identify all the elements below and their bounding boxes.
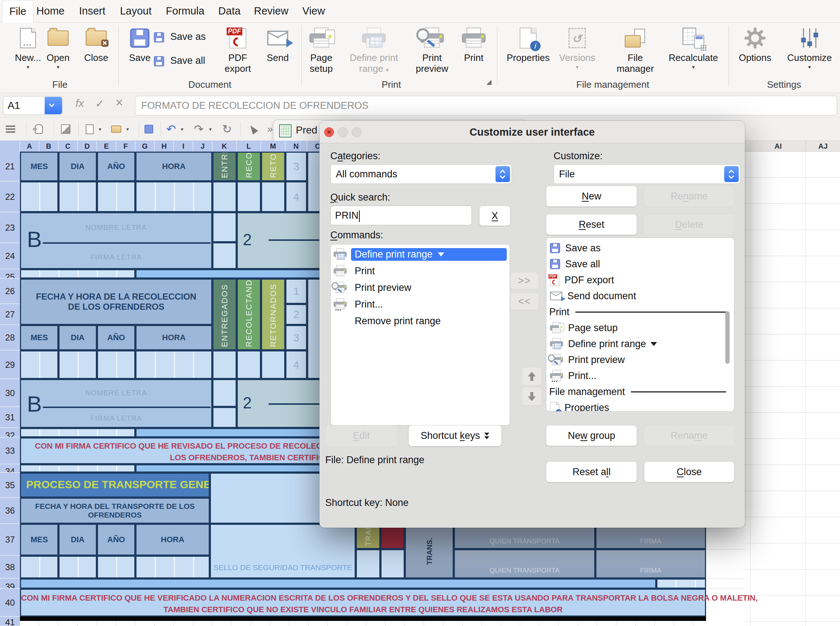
row-header-39[interactable]: 39	[0, 579, 20, 588]
more-tools-icon[interactable]: »	[267, 121, 273, 138]
formula-input[interactable]: FORMATO DE RECOLECCION DE OFRENDEROS	[135, 96, 837, 115]
accept-icon[interactable]: ✓	[95, 97, 104, 110]
tab-insert[interactable]: Insert	[71, 0, 113, 22]
target-item-print-preview[interactable]: Print preview	[546, 352, 734, 368]
move-up-button[interactable]	[522, 367, 542, 385]
row-header-34[interactable]: 34	[0, 464, 20, 473]
command-item-print-preview[interactable]: Print preview	[331, 279, 510, 296]
column-header-n[interactable]: N	[285, 141, 307, 152]
target-item-pdf-export[interactable]: PDFPDF export	[546, 272, 734, 288]
column-header-i[interactable]: I	[174, 141, 193, 152]
cell-mes-header-3[interactable]: MES	[20, 524, 58, 556]
cell-k31[interactable]	[212, 407, 237, 428]
cell-hora-input-1[interactable]	[135, 182, 212, 212]
define-print-range-button[interactable]: Define print range ▾	[345, 25, 402, 75]
row-header-23[interactable]: 23	[0, 212, 20, 243]
command-item-print-dialog[interactable]: Print...	[331, 296, 510, 313]
cell-m22[interactable]	[261, 182, 285, 212]
row-header-38[interactable]: 38	[0, 556, 20, 579]
tab-layout[interactable]: Layout	[113, 0, 158, 22]
new-menu-button[interactable]: New	[546, 186, 637, 207]
cell-hora-input-3[interactable]	[135, 556, 210, 579]
cell-ano-header-2[interactable]: AÑO	[97, 325, 135, 351]
column-header-c[interactable]: C	[58, 141, 78, 152]
cell-ano-input-1[interactable]	[97, 182, 135, 212]
cell-dia-header-2[interactable]: DIA	[58, 325, 97, 351]
cell-dia-header-3[interactable]: DIA	[58, 524, 97, 556]
cell-hora-input-2[interactable]	[135, 351, 212, 379]
cell-retornados-clip[interactable]: RETORNADOS	[261, 152, 285, 182]
reset-all-button[interactable]: Reset all	[546, 461, 637, 482]
print-preview-button[interactable]: Print preview	[410, 25, 454, 74]
cell-fecha-transporte[interactable]: FECHA Y HORA DEL TRANSPORTE DE LOS OFREN…	[20, 498, 210, 524]
row-header-41[interactable]: 41	[0, 617, 20, 626]
minimize-window-button[interactable]	[338, 127, 348, 137]
row-header-24[interactable]: 24	[0, 243, 20, 269]
zoom-window-button[interactable]	[352, 127, 361, 137]
cell-entregados[interactable]: ENTREGADOS	[212, 279, 237, 351]
cell-dia-input-3[interactable]	[58, 556, 97, 579]
group-expand-icon[interactable]	[487, 80, 491, 85]
cell-reference-box[interactable]: A1	[3, 96, 63, 115]
cell-below-yellow[interactable]	[356, 549, 380, 579]
command-item-print[interactable]: Print	[331, 263, 510, 279]
target-item-save-as[interactable]: Save as	[546, 240, 734, 256]
column-header-m[interactable]: M	[261, 141, 285, 152]
cell-ano-input-3[interactable]	[97, 556, 135, 579]
new-group-button[interactable]: New group	[546, 425, 637, 446]
undo-icon[interactable]: ↶	[166, 121, 176, 138]
cell-b-section-2[interactable]: B NOMBRE LETRA FIRMA LETRA	[20, 379, 212, 428]
open-folder-icon[interactable]	[111, 121, 121, 138]
customize-button[interactable]: Customize ▾	[783, 25, 836, 70]
cell-quien-transporta-2[interactable]: QUIEN TRANSPORTA	[454, 549, 595, 579]
cell-hora-header-2[interactable]: HORA	[135, 325, 212, 351]
split-view-icon[interactable]	[61, 121, 71, 138]
add-command-button[interactable]: >>	[510, 272, 539, 290]
cell-l22[interactable]	[237, 182, 261, 212]
cell-dia-input-1[interactable]	[58, 182, 97, 212]
row-header-21[interactable]: 21	[0, 152, 20, 182]
cell-ano-header-3[interactable]: AÑO	[97, 524, 135, 556]
cell-sliver-32-left[interactable]	[20, 428, 135, 437]
shortcut-keys-button[interactable]: Shortcut keys	[408, 425, 502, 446]
row-header-33[interactable]: 33	[0, 437, 20, 464]
file-manager-button[interactable]: File manager	[613, 25, 658, 74]
cell-ano-input-2[interactable]	[97, 351, 135, 379]
row-header-32[interactable]: 32	[0, 428, 20, 437]
command-item-define-print-range[interactable]: Define print range	[331, 246, 510, 263]
row-header-26[interactable]: 26	[0, 279, 20, 304]
categories-select[interactable]: All commands	[330, 164, 512, 184]
tab-file[interactable]: File	[2, 0, 33, 22]
row-header-25[interactable]: 25	[0, 269, 20, 279]
cell-ano-header-1[interactable]: AÑO	[97, 152, 135, 182]
column-header-ai[interactable]: AI	[751, 141, 806, 152]
cell-proceso-transporte[interactable]: PROCESO DE TRANSPORTE GENERAL	[20, 473, 210, 498]
command-item-remove-print-range[interactable]: Remove print range	[331, 313, 510, 329]
target-item-save-all[interactable]: Save all	[546, 256, 734, 272]
options-button[interactable]: Options	[730, 25, 780, 63]
row-header-36[interactable]: 36	[0, 498, 20, 524]
pointer-icon[interactable]	[250, 121, 256, 138]
cell-number-1[interactable]: 1	[285, 279, 307, 304]
close-button[interactable]: Close	[82, 25, 111, 63]
cell-mes-input-2[interactable]	[20, 351, 58, 379]
cell-recolectando[interactable]: RECOLECTANDO	[237, 279, 261, 351]
cell-mes-header-1[interactable]: MES	[20, 152, 58, 182]
cell-b-section-1[interactable]: B NOMBRE LETRA FIRMA LETRA	[20, 212, 212, 269]
column-header-d[interactable]: D	[78, 141, 97, 152]
row-header-28[interactable]: 28	[0, 325, 20, 351]
row-header-31[interactable]: 31	[0, 407, 20, 428]
cell-m29[interactable]	[261, 351, 285, 379]
column-header-a[interactable]: A	[20, 141, 39, 152]
cell-number-3b[interactable]: 3	[285, 325, 307, 351]
cell-l29[interactable]	[237, 351, 261, 379]
cell-dia-header-1[interactable]: DIA	[58, 152, 97, 182]
cell-mes-input-1[interactable]	[20, 182, 58, 212]
menu-icon[interactable]	[6, 121, 15, 138]
send-button[interactable]: Send	[259, 25, 296, 63]
column-header-b[interactable]: B	[39, 141, 58, 152]
cell-k29[interactable]	[212, 351, 237, 379]
cell-mes-input-3[interactable]	[20, 556, 58, 579]
cell-k23[interactable]	[212, 212, 237, 242]
scrollbar-thumb[interactable]	[725, 311, 730, 364]
